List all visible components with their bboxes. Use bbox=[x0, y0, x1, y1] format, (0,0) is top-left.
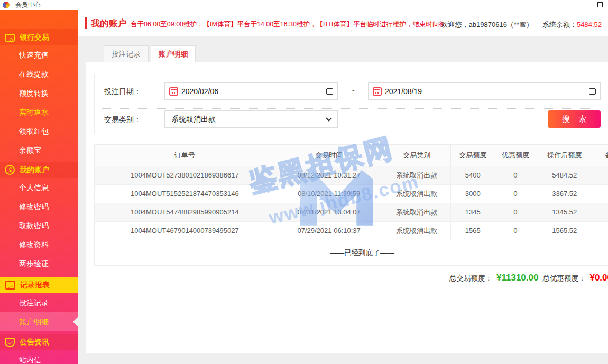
window-title: 会员中心 bbox=[15, 1, 41, 10]
cell-transaction-type: 系统取消出款 bbox=[383, 221, 450, 240]
table-header-row: 订单号 交易时间 交易类别 交易额度 优惠额度 操作后额度 备注 bbox=[95, 145, 608, 166]
chevron-down-icon bbox=[326, 115, 331, 121]
tab-bet-records[interactable]: 投注记录 bbox=[104, 45, 149, 62]
sidebar-item-personal-info[interactable]: 个人信息 bbox=[0, 178, 78, 197]
end-of-list-message: ——已经到底了—— bbox=[95, 240, 608, 265]
cell-order-number: 1004MOUT4679014000739495027 bbox=[95, 221, 275, 240]
cell-transaction-amount: 3000 bbox=[450, 184, 495, 203]
cell-transaction-type: 系统取消出款 bbox=[383, 166, 450, 184]
col-transaction-amount: 交易额度 bbox=[450, 145, 495, 166]
sidebar-item-quick-recharge[interactable]: 快速充值 bbox=[0, 45, 78, 64]
welcome-bar: 欢迎您，ab19870616（**雪）系统余额：5484.52 bbox=[441, 20, 602, 30]
col-transaction-time: 交易时间 bbox=[275, 145, 383, 166]
tab-account-details[interactable]: 账户明细 bbox=[151, 45, 196, 62]
cell-order-number: 1004MOUT5273801021869386617 bbox=[95, 166, 275, 184]
totals-bar: 总交易额度：¥11310.00总优惠额度：¥0.00 bbox=[94, 273, 608, 283]
wallet-icon bbox=[5, 34, 15, 42]
cell-remark bbox=[593, 221, 608, 240]
cell-balance-after: 1565.52 bbox=[536, 221, 593, 240]
cell-transaction-type: 系统取消出款 bbox=[383, 184, 450, 203]
sidebar-section-bank[interactable]: 银行交易 bbox=[0, 29, 78, 45]
sidebar-item-modify-profile[interactable]: 修改资料 bbox=[0, 235, 78, 254]
cell-order-number: 1004MOUT5152521874470353146 bbox=[95, 184, 275, 203]
balance-label: 系统余额： bbox=[542, 21, 577, 29]
cell-transaction-time: 07/31/2021 13:04:07 bbox=[275, 203, 383, 221]
sidebar-item-quota-transfer[interactable]: 额度转换 bbox=[0, 83, 78, 102]
search-button[interactable]: 搜 索 bbox=[548, 110, 601, 128]
cell-balance-after: 1345.52 bbox=[536, 203, 593, 221]
cell-discount-amount: 0 bbox=[495, 203, 536, 221]
sidebar-section-my-account[interactable]: 我的账户 bbox=[0, 162, 78, 178]
col-discount-amount: 优惠额度 bbox=[495, 145, 536, 166]
date-from-input[interactable]: 2020/02/06 bbox=[164, 82, 338, 100]
transactions-table: 订单号 交易时间 交易类别 交易额度 优惠额度 操作后额度 备注 1004MOU… bbox=[94, 144, 608, 266]
datepicker-icon[interactable] bbox=[326, 88, 333, 95]
cell-discount-amount: 0 bbox=[495, 166, 536, 184]
sidebar: 银行交易 快速充值 在线提款 额度转换 实时返水 领取红包 余额宝 我的账户 个… bbox=[0, 10, 78, 364]
maximize-icon[interactable] bbox=[597, 2, 603, 7]
cell-transaction-time: 08/10/2021 11:39:59 bbox=[275, 184, 383, 203]
cell-remark bbox=[593, 184, 608, 203]
sidebar-item-withdraw-password[interactable]: 取款密码 bbox=[0, 216, 78, 235]
sidebar-item-label: 账户明细 bbox=[19, 318, 49, 326]
maintenance-marquee: 台于06:00至09:00维护，【IM体育】平台于14:00至16:30维护，【… bbox=[131, 20, 443, 29]
category-selected-value: 系统取消出款 bbox=[171, 115, 327, 124]
filter-box: 投注日期： 2020/02/06 - 2021/08/19 交易类别： 系统取消… bbox=[94, 74, 603, 134]
balance-value: 5484.52 bbox=[577, 21, 602, 29]
sidebar-section-label: 我的账户 bbox=[20, 165, 49, 175]
sidebar-item-account-details[interactable]: 账户明细 bbox=[0, 312, 78, 331]
col-order-number: 订单号 bbox=[95, 145, 275, 166]
cell-transaction-amount: 1565 bbox=[450, 221, 495, 240]
total-discount-label: 总优惠额度： bbox=[542, 274, 585, 282]
sidebar-item-two-step-verify[interactable]: 两步验证 bbox=[0, 254, 78, 273]
datepicker-icon[interactable] bbox=[589, 88, 596, 95]
date-from-value: 2020/02/06 bbox=[181, 87, 326, 96]
cell-discount-amount: 0 bbox=[495, 184, 536, 203]
cell-remark bbox=[593, 166, 608, 184]
sidebar-item-realtime-rebate[interactable]: 实时返水 bbox=[0, 102, 78, 122]
user-icon bbox=[5, 165, 15, 175]
category-filter-label: 交易类别： bbox=[104, 115, 141, 125]
sidebar-section-records[interactable]: 记录报表 bbox=[0, 277, 78, 293]
date-filter-label: 投注日期： bbox=[104, 87, 141, 97]
content-area: 投注记录 账户明细 投注日期： 2020/02/06 - 2021/08/19 … bbox=[78, 36, 608, 364]
sidebar-item-bet-records[interactable]: 投注记录 bbox=[0, 293, 78, 312]
table-row: 1004MOUT4679014000739495027 07/29/2021 0… bbox=[95, 221, 608, 240]
cell-transaction-amount: 5400 bbox=[450, 166, 495, 184]
sidebar-item-online-withdraw[interactable]: 在线提款 bbox=[0, 64, 78, 83]
sidebar-section-announcements[interactable]: 公告资讯 bbox=[0, 334, 78, 350]
cell-remark bbox=[593, 203, 608, 221]
total-discount-value: ¥0.00 bbox=[589, 273, 608, 283]
cell-transaction-amount: 1345 bbox=[450, 203, 495, 221]
calendar-icon bbox=[373, 87, 382, 96]
sidebar-item-yuebao[interactable]: 余额宝 bbox=[0, 141, 78, 160]
window-titlebar: 会员中心 bbox=[0, 0, 608, 10]
calendar-icon bbox=[169, 87, 178, 96]
date-to-value: 2021/08/19 bbox=[385, 87, 589, 96]
username: ab19870616（**雪） bbox=[469, 21, 533, 29]
sidebar-item-change-password[interactable]: 修改密码 bbox=[0, 197, 78, 216]
app-logo-icon bbox=[3, 2, 10, 8]
cell-transaction-time: 08/12/2021 10:31:27 bbox=[275, 166, 383, 184]
cell-transaction-time: 07/29/2021 06:10:37 bbox=[275, 221, 383, 240]
minimize-icon[interactable] bbox=[575, 5, 581, 5]
filter-divider bbox=[102, 108, 595, 109]
date-range-separator: - bbox=[352, 86, 355, 95]
cell-transaction-type: 系统取消出款 bbox=[383, 203, 450, 221]
sidebar-item-site-mail[interactable]: 站内信 bbox=[0, 350, 78, 364]
report-icon bbox=[5, 281, 15, 290]
active-item-arrow-icon bbox=[73, 317, 78, 326]
shield-icon bbox=[5, 338, 15, 347]
tab-bar: 投注记录 账户明细 bbox=[104, 45, 196, 62]
date-to-input[interactable]: 2021/08/19 bbox=[368, 82, 601, 100]
table-row: 1004MOUT5152521874470353146 08/10/2021 1… bbox=[95, 184, 608, 203]
cell-balance-after: 5484.52 bbox=[536, 166, 593, 184]
table-row: 1004MOUT5474882985990905214 07/31/2021 1… bbox=[95, 203, 608, 221]
total-trade-label: 总交易额度： bbox=[449, 274, 492, 282]
transaction-category-select[interactable]: 系统取消出款 bbox=[164, 110, 338, 128]
cell-balance-after: 3367.52 bbox=[536, 184, 593, 203]
table-row: 1004MOUT5273801021869386617 08/12/2021 1… bbox=[95, 166, 608, 184]
welcome-label: 欢迎您， bbox=[441, 21, 469, 29]
sidebar-item-red-packet[interactable]: 领取红包 bbox=[0, 122, 78, 141]
col-remark: 备注 bbox=[593, 145, 608, 166]
